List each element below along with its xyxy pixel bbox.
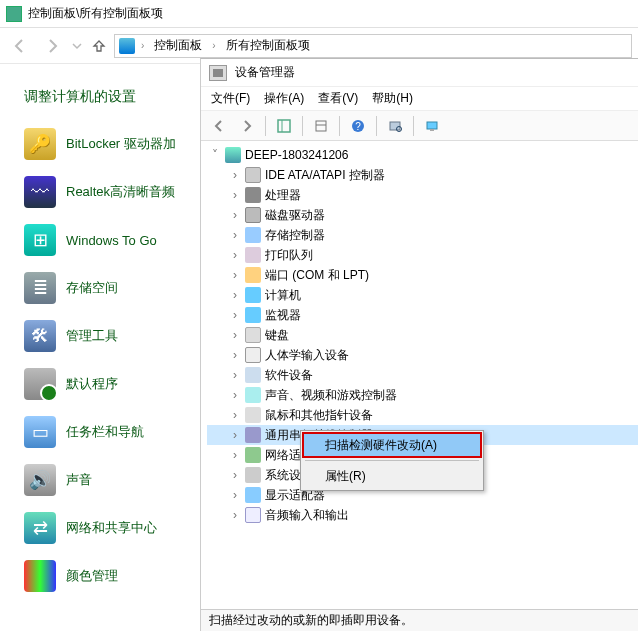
system-icon: [245, 467, 261, 483]
tree-node-storage-controllers[interactable]: ›存储控制器: [207, 225, 638, 245]
expand-icon[interactable]: ›: [229, 488, 241, 502]
devmgr-title-bar: 设备管理器: [201, 59, 638, 87]
device-tree[interactable]: ˅ DEEP-1803241206 ›IDE ATA/ATAPI 控制器 ›处理…: [201, 141, 638, 609]
node-label: IDE ATA/ATAPI 控制器: [265, 167, 385, 184]
audio-io-icon: [245, 507, 261, 523]
tree-node-processors[interactable]: ›处理器: [207, 185, 638, 205]
svg-rect-6: [390, 122, 400, 130]
cp-item-color-mgmt[interactable]: 颜色管理: [0, 552, 200, 600]
address-bar[interactable]: › 控制面板 › 所有控制面板项: [114, 34, 632, 58]
tree-node-disk-drives[interactable]: ›磁盘驱动器: [207, 205, 638, 225]
expand-icon[interactable]: ›: [229, 168, 241, 182]
recent-dropdown[interactable]: [70, 32, 84, 60]
cp-item-storage-spaces[interactable]: ≣存储空间: [0, 264, 200, 312]
usb-icon: [245, 427, 261, 443]
control-panel-items: 🔑BitLocker 驱动器加 〰Realtek高清晰音频 ⊞Windows T…: [0, 120, 200, 600]
expand-icon[interactable]: ›: [229, 228, 241, 242]
tree-node-keyboards[interactable]: ›键盘: [207, 325, 638, 345]
title-bar: 控制面板\所有控制面板项: [0, 0, 638, 28]
expand-icon[interactable]: ›: [229, 408, 241, 422]
ctx-scan-hardware[interactable]: 扫描检测硬件改动(A): [303, 433, 481, 457]
cp-label: 网络和共享中心: [66, 519, 157, 537]
node-label: 存储控制器: [265, 227, 325, 244]
toolbar-view-icon[interactable]: [420, 115, 444, 137]
tree-node-computer[interactable]: ›计算机: [207, 285, 638, 305]
node-label: 磁盘驱动器: [265, 207, 325, 224]
breadcrumb-level2[interactable]: 所有控制面板项: [222, 35, 314, 56]
bitlocker-icon: 🔑: [24, 128, 56, 160]
node-label: 鼠标和其他指针设备: [265, 407, 373, 424]
cp-label: 颜色管理: [66, 567, 118, 585]
cp-item-windows-to-go[interactable]: ⊞Windows To Go: [0, 216, 200, 264]
toolbar-show-hide-icon[interactable]: [272, 115, 296, 137]
toolbar-properties-icon[interactable]: [309, 115, 333, 137]
control-panel-icon: [6, 6, 22, 22]
node-label: 系统设: [265, 467, 301, 484]
device-manager-icon: [209, 65, 227, 81]
expand-icon[interactable]: ›: [229, 448, 241, 462]
expand-icon[interactable]: ›: [229, 208, 241, 222]
cp-label: 存储空间: [66, 279, 118, 297]
expand-icon[interactable]: ›: [229, 368, 241, 382]
up-button[interactable]: [88, 35, 110, 57]
cp-item-admin-tools[interactable]: 🛠管理工具: [0, 312, 200, 360]
node-label: 监视器: [265, 307, 301, 324]
tree-node-audio-io[interactable]: ›音频输入和输出: [207, 505, 638, 525]
status-text: 扫描经过改动的或新的即插即用设备。: [209, 612, 413, 629]
tree-node-print-queues[interactable]: ›打印队列: [207, 245, 638, 265]
menu-help[interactable]: 帮助(H): [372, 90, 413, 107]
expand-icon[interactable]: ›: [229, 248, 241, 262]
menu-view[interactable]: 查看(V): [318, 90, 358, 107]
computer-node-icon: [245, 287, 261, 303]
tree-root[interactable]: ˅ DEEP-1803241206: [207, 145, 638, 165]
expand-icon[interactable]: ›: [229, 288, 241, 302]
computer-icon: [225, 147, 241, 163]
default-programs-icon: [24, 368, 56, 400]
cp-label: Realtek高清晰音频: [66, 183, 175, 201]
tree-node-mice[interactable]: ›鼠标和其他指针设备: [207, 405, 638, 425]
sound-icon: 🔊: [24, 464, 56, 496]
toolbar-help-icon[interactable]: ?: [346, 115, 370, 137]
cp-item-taskbar-nav[interactable]: ▭任务栏和导航: [0, 408, 200, 456]
expand-icon[interactable]: ›: [229, 468, 241, 482]
storage-controller-icon: [245, 227, 261, 243]
cp-item-bitlocker[interactable]: 🔑BitLocker 驱动器加: [0, 120, 200, 168]
toolbar-separator: [339, 116, 340, 136]
cp-item-sound[interactable]: 🔊声音: [0, 456, 200, 504]
taskbar-icon: ▭: [24, 416, 56, 448]
tree-node-monitors[interactable]: ›监视器: [207, 305, 638, 325]
toolbar-forward-icon[interactable]: [235, 115, 259, 137]
tree-node-sound-video-game[interactable]: ›声音、视频和游戏控制器: [207, 385, 638, 405]
menu-file[interactable]: 文件(F): [211, 90, 250, 107]
ctx-properties[interactable]: 属性(R): [303, 464, 481, 488]
toolbar-back-icon[interactable]: [207, 115, 231, 137]
tree-node-ide-atapi[interactable]: ›IDE ATA/ATAPI 控制器: [207, 165, 638, 185]
expand-icon[interactable]: ›: [229, 348, 241, 362]
back-button[interactable]: [6, 32, 34, 60]
expand-icon[interactable]: ›: [229, 328, 241, 342]
status-bar: 扫描经过改动的或新的即插即用设备。: [201, 609, 638, 631]
tree-node-software-devices[interactable]: ›软件设备: [207, 365, 638, 385]
toolbar-separator: [376, 116, 377, 136]
toolbar-scan-icon[interactable]: [383, 115, 407, 137]
devmgr-title: 设备管理器: [235, 64, 295, 81]
collapse-icon[interactable]: ˅: [209, 148, 221, 162]
expand-icon[interactable]: ›: [229, 268, 241, 282]
cp-item-network-sharing[interactable]: ⇄网络和共享中心: [0, 504, 200, 552]
expand-icon[interactable]: ›: [229, 388, 241, 402]
expand-icon[interactable]: ›: [229, 188, 241, 202]
node-label: 计算机: [265, 287, 301, 304]
keyboard-icon: [245, 327, 261, 343]
expand-icon[interactable]: ›: [229, 428, 241, 442]
cp-item-default-programs[interactable]: 默认程序: [0, 360, 200, 408]
forward-button[interactable]: [38, 32, 66, 60]
menu-action[interactable]: 操作(A): [264, 90, 304, 107]
expand-icon[interactable]: ›: [229, 508, 241, 522]
expand-icon[interactable]: ›: [229, 308, 241, 322]
toolbar-separator: [265, 116, 266, 136]
tree-node-ports[interactable]: ›端口 (COM 和 LPT): [207, 265, 638, 285]
node-label: 处理器: [265, 187, 301, 204]
breadcrumb-level1[interactable]: 控制面板: [150, 35, 206, 56]
tree-node-hid[interactable]: ›人体学输入设备: [207, 345, 638, 365]
cp-item-realtek[interactable]: 〰Realtek高清晰音频: [0, 168, 200, 216]
